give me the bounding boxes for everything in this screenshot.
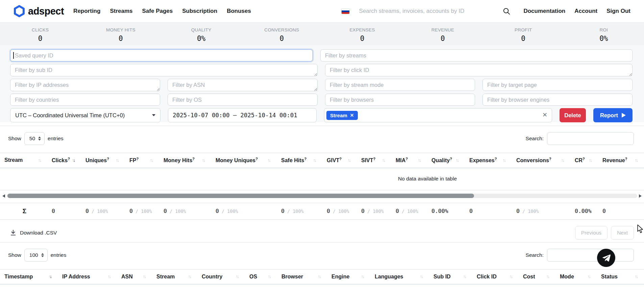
scroll-right-arrow-icon[interactable] xyxy=(639,194,643,198)
nav-link-safe-pages[interactable]: Safe Pages xyxy=(142,8,173,15)
navbar-search-input[interactable] xyxy=(359,8,494,15)
column-header-timestamp[interactable]: Timestamp↑↓ xyxy=(0,269,58,284)
summary-ratio: / 100% xyxy=(170,208,186,214)
summary-ratio: / 100% xyxy=(402,208,418,214)
header-cell: Cost↑↓ xyxy=(523,274,550,280)
column-header-uniques[interactable]: Uniques?↑↓ xyxy=(81,153,125,168)
summary-ratio: / 100% xyxy=(135,208,152,214)
clicks-table-controls: Show 100 entries Search: xyxy=(0,243,644,262)
column-header-engine[interactable]: Engine↑↓ xyxy=(327,269,370,284)
scrollbar-thumb[interactable] xyxy=(7,194,474,198)
click-id-filter-textarea[interactable] xyxy=(325,64,633,76)
column-header-click-id[interactable]: Click ID↑↓ xyxy=(472,269,519,284)
column-header-fp[interactable]: FP?↑↓ xyxy=(125,153,159,168)
sort-down-arrow-icon: ↓ xyxy=(117,158,119,163)
column-header-languages[interactable]: Languages↑↓ xyxy=(370,269,429,284)
page-size-value-2: 100 xyxy=(29,252,38,258)
clear-tags-icon[interactable]: ✕ xyxy=(542,111,547,119)
os-filter-input[interactable] xyxy=(168,94,318,106)
column-header-revenue[interactable]: Revenue?↑↓ xyxy=(598,153,644,168)
column-header-asn[interactable]: ASN↑↓ xyxy=(117,269,152,284)
entries-label-2: entries xyxy=(51,252,67,258)
header-cell: Sub ID↑↓ xyxy=(434,274,467,280)
column-header-givt[interactable]: GIVT?↑↓ xyxy=(322,153,357,168)
nav-link-bonuses[interactable]: Bonuses xyxy=(227,8,251,15)
browsers-filter-input[interactable] xyxy=(325,94,475,106)
header-cell: Clicks?↑↓ xyxy=(52,157,75,164)
previous-button[interactable]: Previous xyxy=(575,226,608,240)
timezone-select[interactable]: UTC – Coordinated Universal Time (UTC+0) xyxy=(10,108,160,122)
column-header-sivt[interactable]: SIVT?↑↓ xyxy=(357,153,391,168)
sort-down-arrow-icon: ↓ xyxy=(547,274,550,279)
language-flag-icon[interactable] xyxy=(342,9,349,14)
sub-id-filter-textarea[interactable] xyxy=(10,64,318,76)
column-header-sub-id[interactable]: Sub ID↑↓ xyxy=(429,269,472,284)
next-button[interactable]: Next xyxy=(611,226,634,240)
header-cell: Stream↑↓ xyxy=(156,274,192,280)
column-header-ip-address[interactable]: IP Address↑↓ xyxy=(58,269,117,284)
scroll-left-arrow-icon[interactable] xyxy=(1,194,5,198)
stat-label: QUALITY xyxy=(161,28,242,32)
sort-icon: ↑↓ xyxy=(635,274,639,279)
results-table-search-input[interactable] xyxy=(547,132,634,145)
nav-link-reporting[interactable]: Reporting xyxy=(73,8,100,15)
nav-link-documentation[interactable]: Documentation xyxy=(523,8,565,15)
column-label: Timestamp xyxy=(4,274,33,280)
scrollbar-track[interactable] xyxy=(7,194,637,198)
stream-mode-filter-input[interactable] xyxy=(325,79,475,91)
clicks-table-search-input[interactable] xyxy=(547,249,634,262)
column-header-safe-hits[interactable]: Safe Hits?↑↓ xyxy=(277,153,322,168)
column-label: Country xyxy=(202,274,222,280)
column-header-stream[interactable]: Stream↑↓ xyxy=(0,153,47,168)
column-header-stream[interactable]: Stream↑↓ xyxy=(152,269,197,284)
column-header-browser[interactable]: Browser↑↓ xyxy=(277,269,327,284)
group-by-field[interactable]: Stream ✕ ✕ xyxy=(324,108,552,122)
column-header-mode[interactable]: Mode↑↓ xyxy=(555,269,597,284)
stat-value: 0 xyxy=(483,34,564,43)
column-header-country[interactable]: Country↑↓ xyxy=(197,269,245,284)
account-nav: DocumentationAccountSign Out xyxy=(523,8,630,15)
stat-value: 0% xyxy=(564,34,644,43)
header-cell: OS↑↓ xyxy=(249,274,271,280)
column-header-money-uniques[interactable]: Money Uniques?↑↓ xyxy=(211,153,277,168)
search-button[interactable] xyxy=(503,7,511,15)
delete-button[interactable]: Delete xyxy=(560,108,586,122)
column-header-money-hits[interactable]: Money Hits?↑↓ xyxy=(159,153,211,168)
telegram-button[interactable] xyxy=(597,249,615,267)
stat-quality: QUALITY0% xyxy=(161,28,242,45)
remove-tag-icon[interactable]: ✕ xyxy=(350,113,354,118)
brand[interactable]: adspect xyxy=(14,5,64,17)
target-page-filter-input[interactable] xyxy=(482,79,633,91)
nav-link-subscription[interactable]: Subscription xyxy=(182,8,217,15)
date-range-input[interactable] xyxy=(168,108,317,122)
column-header-os[interactable]: OS↑↓ xyxy=(245,269,277,284)
summary-value: 0 xyxy=(164,208,167,214)
column-header-expenses[interactable]: Expenses?↑↓ xyxy=(465,153,512,168)
column-header-mia[interactable]: MIA?↑↓ xyxy=(391,153,427,168)
header-cell: Uniques?↑↓ xyxy=(85,157,119,164)
column-header-cost[interactable]: Cost↑↓ xyxy=(519,269,555,284)
stream-tag[interactable]: Stream ✕ xyxy=(326,111,358,120)
page-size-select[interactable]: 50 xyxy=(24,132,45,145)
column-header-quality[interactable]: Quality?↑↓ xyxy=(427,153,465,168)
column-header-clicks[interactable]: Clicks?↑↓ xyxy=(47,153,81,168)
nav-link-account[interactable]: Account xyxy=(574,8,597,15)
column-label: Revenue? xyxy=(602,157,627,164)
download-csv-button[interactable]: Download .CSV xyxy=(10,229,57,236)
sort-icon: ↑↓ xyxy=(463,274,467,279)
streams-filter-input[interactable] xyxy=(320,49,633,62)
report-button[interactable]: Report xyxy=(593,108,633,122)
browser-engines-filter-input[interactable] xyxy=(482,94,633,106)
column-header-cr[interactable]: CR?↑↓ xyxy=(570,153,598,168)
nav-link-sign-out[interactable]: Sign Out xyxy=(606,8,630,15)
column-header-conversions[interactable]: Conversions?↑↓ xyxy=(512,153,570,168)
saved-query-input[interactable] xyxy=(10,49,313,62)
ip-filter-textarea[interactable] xyxy=(10,79,160,91)
column-header-status[interactable]: Status↑↓ xyxy=(597,269,644,284)
page-size-select-2[interactable]: 100 xyxy=(24,249,48,262)
countries-filter-input[interactable] xyxy=(10,94,160,106)
summary-value: 0 xyxy=(85,208,89,214)
sort-icon: ↑↓ xyxy=(510,274,513,279)
asn-filter-textarea[interactable] xyxy=(168,79,318,91)
nav-link-streams[interactable]: Streams xyxy=(110,8,132,15)
